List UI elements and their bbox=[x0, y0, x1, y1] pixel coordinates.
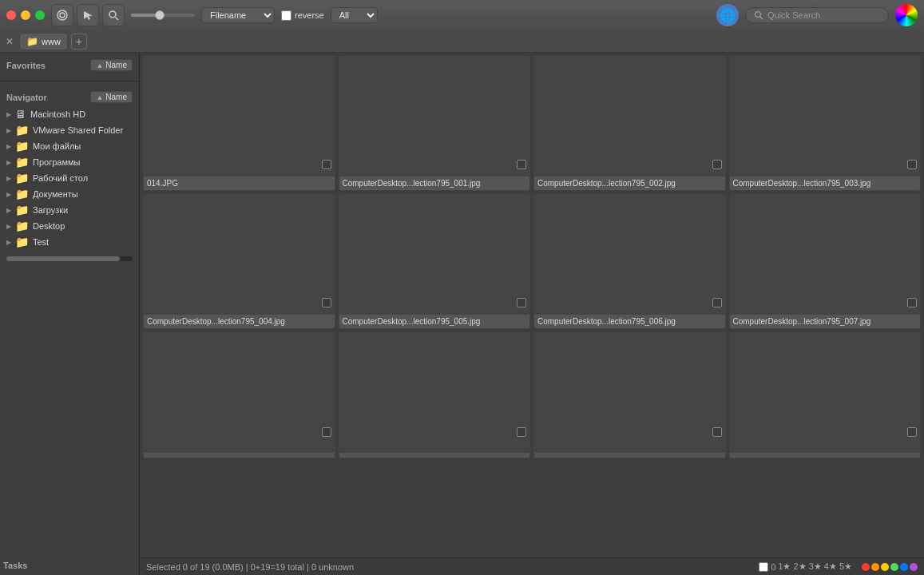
checkbox-1[interactable] bbox=[517, 160, 526, 169]
grid-item-0[interactable]: 014.JPG bbox=[143, 56, 335, 191]
nav-sort-up-arrow: ▲ bbox=[96, 93, 103, 101]
folder-icon-4: 📁 bbox=[15, 172, 29, 184]
close-tab-button[interactable]: ✕ bbox=[3, 35, 16, 48]
search-icon[interactable] bbox=[102, 4, 125, 26]
statusbar: Selected 0 of 19 (0.0MB) | 0+19=19 total… bbox=[140, 557, 924, 575]
reverse-checkbox[interactable] bbox=[281, 10, 291, 21]
filename-7: ComputerDesktop...lection795_007.jpg bbox=[730, 315, 921, 328]
sidebar-scrollbar-thumb bbox=[6, 256, 120, 261]
rating-area: 0 1★ 2★ 3★ 4★ 5★ bbox=[759, 561, 852, 572]
sort-dropdown-wrap[interactable]: Filename bbox=[201, 7, 275, 23]
filter-select[interactable]: All bbox=[331, 7, 378, 23]
filename-9 bbox=[339, 453, 530, 458]
sidebar-scrollbar[interactable] bbox=[6, 256, 133, 261]
checkbox-11[interactable] bbox=[907, 427, 917, 437]
filename-0: 014.JPG bbox=[144, 176, 335, 190]
grid-item-4[interactable]: ComputerDesktop...lection795_004.jpg bbox=[143, 194, 335, 329]
sidebar-item-macintosh-hd[interactable]: ▶ 🖥 Macintosh HD bbox=[3, 106, 136, 122]
checkbox-0[interactable] bbox=[322, 160, 331, 169]
rating-4[interactable]: 4★ bbox=[824, 561, 837, 572]
sidebar-label-0: Macintosh HD bbox=[30, 109, 85, 119]
grid-item-2[interactable]: ComputerDesktop...lection795_002.jpg bbox=[533, 56, 726, 191]
grid-item-3[interactable]: ComputerDesktop...lection795_003.jpg bbox=[729, 56, 922, 191]
color-icon[interactable] bbox=[895, 4, 918, 26]
expand-arrow-7: ▶ bbox=[6, 223, 11, 230]
rating-2[interactable]: 2★ bbox=[794, 561, 807, 572]
sidebar-item-test[interactable]: ▶ 📁 Test bbox=[3, 234, 136, 250]
checkbox-7[interactable] bbox=[907, 298, 917, 307]
color-dot-green[interactable] bbox=[890, 563, 898, 571]
svg-marker-2 bbox=[84, 11, 93, 20]
grid-item-7[interactable]: ComputerDesktop...lection795_007.jpg bbox=[729, 194, 922, 329]
search-input[interactable] bbox=[767, 10, 879, 20]
toolbar-icons bbox=[51, 4, 125, 26]
sidebar-item-desktop-ru[interactable]: ▶ 📁 Рабочий стол bbox=[3, 170, 136, 186]
folder-icon-0: 🖥 bbox=[15, 108, 26, 121]
checkbox-6[interactable] bbox=[712, 298, 722, 307]
add-tab-button[interactable]: + bbox=[71, 34, 87, 50]
rating-0[interactable]: 0 bbox=[771, 562, 775, 572]
minimize-button[interactable] bbox=[21, 10, 30, 20]
navigator-title: Navigator bbox=[6, 93, 47, 102]
filename-4: ComputerDesktop...lection795_004.jpg bbox=[144, 315, 335, 328]
grid-item-11[interactable] bbox=[729, 332, 922, 458]
folder-icon-3: 📁 bbox=[15, 156, 29, 169]
navigator-section: Navigator ▲ Name ▶ 🖥 Macintosh HD ▶ 📁 VM… bbox=[0, 85, 139, 253]
favorites-sort-badge[interactable]: ▲ Name bbox=[90, 59, 133, 71]
globe-icon[interactable]: 🌐 bbox=[716, 4, 739, 26]
titlebar: Filename reverse All 🌐 bbox=[0, 0, 924, 30]
checkbox-8[interactable] bbox=[322, 427, 331, 437]
sidebar-item-vmware[interactable]: ▶ 📁 VMware Shared Folder bbox=[3, 122, 136, 138]
checkbox-2[interactable] bbox=[712, 160, 722, 169]
maximize-button[interactable] bbox=[35, 10, 45, 20]
sidebar-item-my-files[interactable]: ▶ 📁 Мои файлы bbox=[3, 138, 136, 154]
color-dot-yellow[interactable] bbox=[881, 563, 889, 571]
close-button[interactable] bbox=[6, 10, 16, 20]
checkbox-3[interactable] bbox=[907, 160, 917, 169]
color-dots bbox=[862, 563, 918, 571]
color-dot-orange[interactable] bbox=[871, 563, 879, 571]
zoom-slider[interactable] bbox=[131, 14, 195, 17]
grid-item-1[interactable]: ComputerDesktop...lection795_001.jpg bbox=[339, 56, 531, 191]
thumb-10 bbox=[534, 333, 725, 453]
expand-arrow-3: ▶ bbox=[6, 159, 11, 166]
navigator-sort-badge[interactable]: ▲ Name bbox=[90, 91, 133, 103]
sidebar-item-desktop-en[interactable]: ▶ 📁 Desktop bbox=[3, 218, 136, 234]
sidebar-item-downloads[interactable]: ▶ 📁 Загрузки bbox=[3, 202, 136, 218]
checkbox-5[interactable] bbox=[517, 298, 526, 307]
rating-5[interactable]: 5★ bbox=[839, 561, 852, 572]
rating-1[interactable]: 1★ bbox=[778, 561, 791, 572]
svg-line-4 bbox=[116, 18, 119, 21]
tabs-bar: ✕ 📁 www + bbox=[0, 30, 924, 53]
checkbox-4[interactable] bbox=[322, 298, 331, 307]
grid-item-9[interactable] bbox=[339, 332, 531, 458]
rating-checkbox[interactable] bbox=[759, 562, 768, 572]
sidebar-divider-1 bbox=[0, 81, 139, 81]
checkbox-9[interactable] bbox=[517, 427, 526, 437]
thumb-0 bbox=[144, 57, 335, 176]
expand-arrow-4: ▶ bbox=[6, 175, 11, 182]
filename-6: ComputerDesktop...lection795_006.jpg bbox=[534, 315, 725, 328]
filter-dropdown-wrap[interactable]: All bbox=[331, 7, 378, 23]
sidebar-item-programs[interactable]: ▶ 📁 Программы bbox=[3, 154, 136, 170]
svg-point-5 bbox=[755, 12, 761, 18]
sidebar-label-3: Программы bbox=[33, 157, 80, 167]
cursor-icon[interactable] bbox=[77, 4, 99, 26]
grid-item-6[interactable]: ComputerDesktop...lection795_006.jpg bbox=[533, 194, 726, 329]
grid-item-5[interactable]: ComputerDesktop...lection795_005.jpg bbox=[339, 194, 531, 329]
filename-11 bbox=[730, 453, 921, 458]
search-bar-icon bbox=[754, 10, 763, 20]
tab-www[interactable]: 📁 www bbox=[19, 33, 68, 50]
color-dot-purple[interactable] bbox=[910, 563, 918, 571]
thumb-8 bbox=[144, 333, 335, 453]
grid-item-8[interactable] bbox=[143, 332, 335, 458]
grid-item-10[interactable] bbox=[533, 332, 726, 458]
sidebar-item-documents[interactable]: ▶ 📁 Документы bbox=[3, 186, 136, 202]
color-dot-blue[interactable] bbox=[900, 563, 908, 571]
checkbox-10[interactable] bbox=[712, 427, 722, 437]
rating-3[interactable]: 3★ bbox=[809, 561, 822, 572]
sort-select[interactable]: Filename bbox=[201, 7, 275, 23]
settings-icon[interactable] bbox=[51, 4, 73, 26]
color-dot-red[interactable] bbox=[862, 563, 870, 571]
sidebar-label-5: Документы bbox=[33, 189, 78, 199]
